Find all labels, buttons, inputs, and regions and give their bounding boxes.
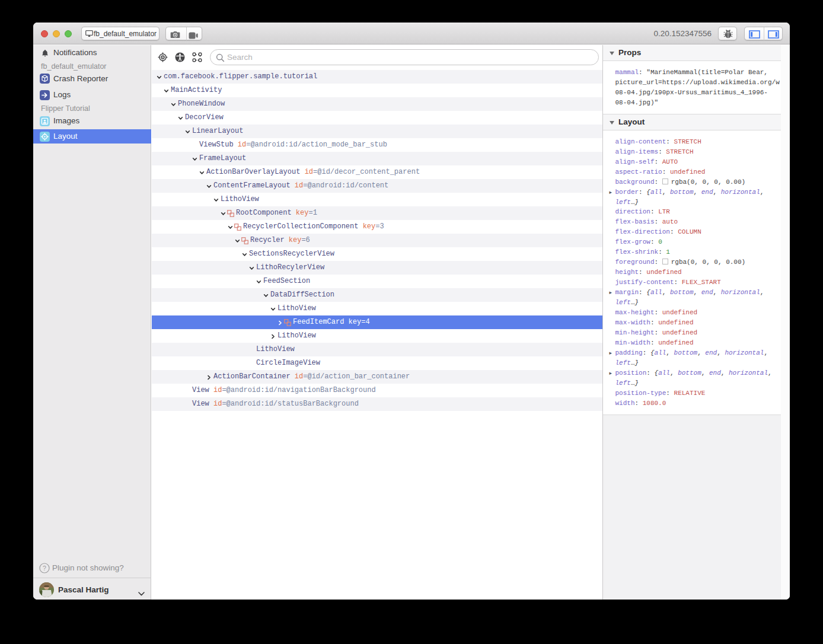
svg-text:?: ? [43, 564, 46, 571]
